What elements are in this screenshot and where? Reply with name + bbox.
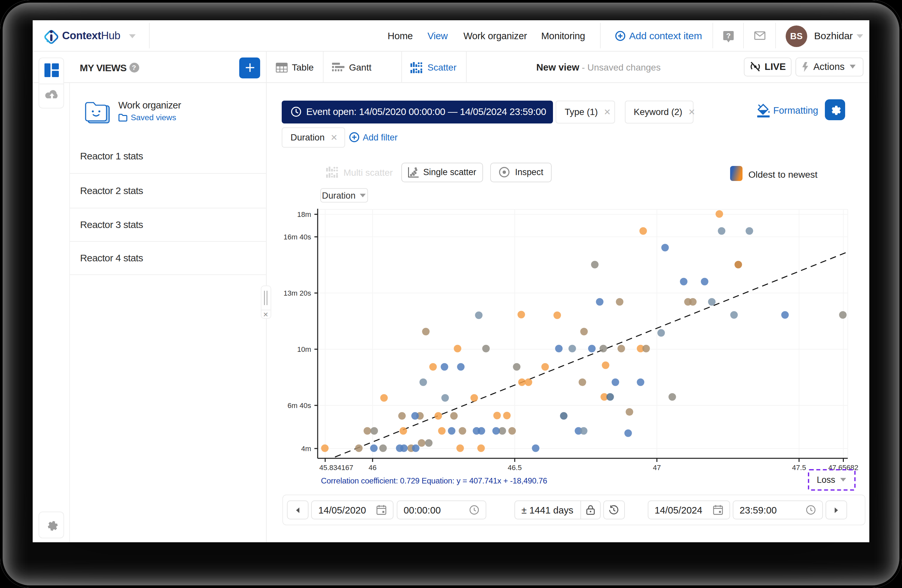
svg-text:13m 20s: 13m 20s — [283, 289, 311, 297]
svg-text:46: 46 — [369, 463, 376, 471]
svg-text:10m: 10m — [297, 345, 311, 353]
svg-text:4m: 4m — [301, 444, 311, 452]
svg-text:45.834167: 45.834167 — [319, 463, 353, 471]
svg-text:46.5: 46.5 — [508, 463, 522, 471]
svg-text:47: 47 — [653, 463, 661, 471]
svg-text:16m 40s: 16m 40s — [283, 233, 311, 241]
svg-text:18m: 18m — [297, 210, 311, 218]
svg-text:47.5: 47.5 — [792, 463, 806, 471]
svg-text:6m 40s: 6m 40s — [288, 401, 311, 409]
